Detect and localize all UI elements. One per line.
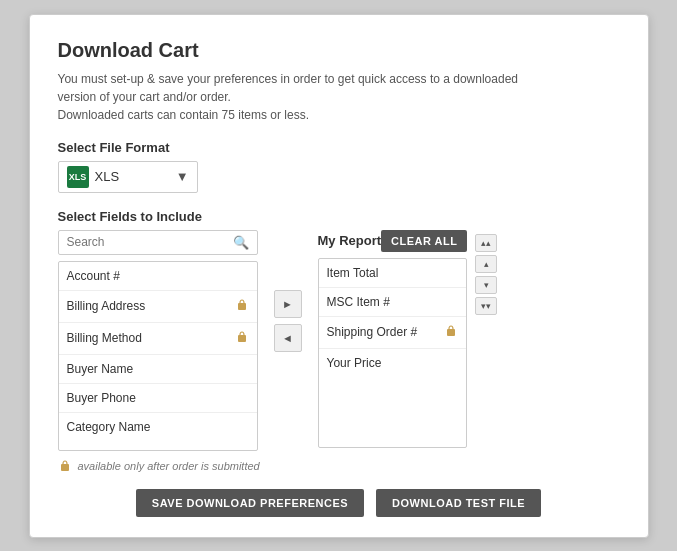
move-bottom-button[interactable]: ▾▾ bbox=[475, 297, 497, 315]
list-item[interactable]: Account # bbox=[59, 262, 257, 291]
fields-section-label: Select Fields to Include bbox=[58, 209, 620, 224]
report-item-label: Your Price bbox=[327, 356, 382, 370]
field-item-label: Buyer Name bbox=[67, 362, 134, 376]
file-format-select[interactable]: XLS XLS ▼ bbox=[58, 161, 198, 193]
bag-icon bbox=[235, 330, 249, 347]
svg-rect-0 bbox=[238, 303, 246, 310]
move-top-button[interactable]: ▴▴ bbox=[475, 234, 497, 252]
modal-description: You must set-up & save your preferences … bbox=[58, 70, 620, 124]
right-section: My Report CLEAR ALL Item TotalMSC Item #… bbox=[318, 230, 498, 448]
list-item[interactable]: Item Total bbox=[319, 259, 467, 288]
report-header: My Report CLEAR ALL bbox=[318, 230, 468, 252]
field-list: Account #Billing AddressBilling MethodBu… bbox=[58, 261, 258, 451]
field-item-label: Billing Method bbox=[67, 331, 142, 345]
modal-title: Download Cart bbox=[58, 39, 620, 62]
list-item[interactable]: Billing Address bbox=[59, 291, 257, 323]
file-format-row: XLS XLS ▼ bbox=[58, 161, 620, 193]
left-panel: 🔍 Account #Billing AddressBilling Method… bbox=[58, 230, 258, 451]
search-box: 🔍 bbox=[58, 230, 258, 255]
file-format-value: XLS bbox=[95, 169, 120, 184]
arrow-panel: ► ◄ bbox=[274, 230, 302, 352]
report-item-label: Shipping Order # bbox=[327, 325, 418, 339]
list-item[interactable]: Buyer Phone bbox=[59, 384, 257, 413]
footer-actions: SAVE DOWNLOAD PREFERENCES DOWNLOAD TEST … bbox=[58, 489, 620, 517]
report-list: Item TotalMSC Item #Shipping Order #Your… bbox=[318, 258, 468, 448]
save-preferences-button[interactable]: SAVE DOWNLOAD PREFERENCES bbox=[136, 489, 364, 517]
field-item-label: Account # bbox=[67, 269, 120, 283]
report-item-label: MSC Item # bbox=[327, 295, 390, 309]
right-panel: My Report CLEAR ALL Item TotalMSC Item #… bbox=[318, 230, 468, 448]
list-item[interactable]: Billing Method bbox=[59, 323, 257, 355]
clear-all-button[interactable]: CLEAR ALL bbox=[381, 230, 467, 252]
footer-note: available only after order is submitted bbox=[58, 459, 620, 473]
fields-section: 🔍 Account #Billing AddressBilling Method… bbox=[58, 230, 620, 451]
move-left-button[interactable]: ◄ bbox=[274, 324, 302, 352]
bag-icon bbox=[444, 324, 458, 341]
report-item-label: Item Total bbox=[327, 266, 379, 280]
svg-rect-3 bbox=[61, 464, 69, 471]
footer-note-text: available only after order is submitted bbox=[78, 460, 260, 472]
field-item-label: Category Name bbox=[67, 420, 151, 434]
download-test-button[interactable]: DOWNLOAD TEST FILE bbox=[376, 489, 541, 517]
bag-icon bbox=[235, 298, 249, 315]
move-right-button[interactable]: ► bbox=[274, 290, 302, 318]
dropdown-arrow-icon: ▼ bbox=[176, 169, 189, 184]
search-icon: 🔍 bbox=[233, 235, 249, 250]
field-item-label: Billing Address bbox=[67, 299, 146, 313]
list-item[interactable]: Your Price bbox=[319, 349, 467, 377]
list-item[interactable]: Category Name bbox=[59, 413, 257, 441]
list-item[interactable]: MSC Item # bbox=[319, 288, 467, 317]
move-up-button[interactable]: ▴ bbox=[475, 255, 497, 273]
report-label: My Report bbox=[318, 233, 382, 248]
list-item[interactable]: Shipping Order # bbox=[319, 317, 467, 349]
svg-rect-2 bbox=[447, 329, 455, 336]
svg-rect-1 bbox=[238, 335, 246, 342]
field-item-label: Buyer Phone bbox=[67, 391, 136, 405]
download-cart-modal: Download Cart You must set-up & save you… bbox=[29, 14, 649, 538]
bag-footer-icon bbox=[58, 459, 72, 473]
search-input[interactable] bbox=[67, 235, 233, 249]
file-format-label: Select File Format bbox=[58, 140, 620, 155]
order-buttons: ▴▴ ▴ ▾ ▾▾ bbox=[475, 230, 497, 315]
move-down-button[interactable]: ▾ bbox=[475, 276, 497, 294]
xls-icon: XLS bbox=[67, 166, 89, 188]
list-item[interactable]: Buyer Name bbox=[59, 355, 257, 384]
